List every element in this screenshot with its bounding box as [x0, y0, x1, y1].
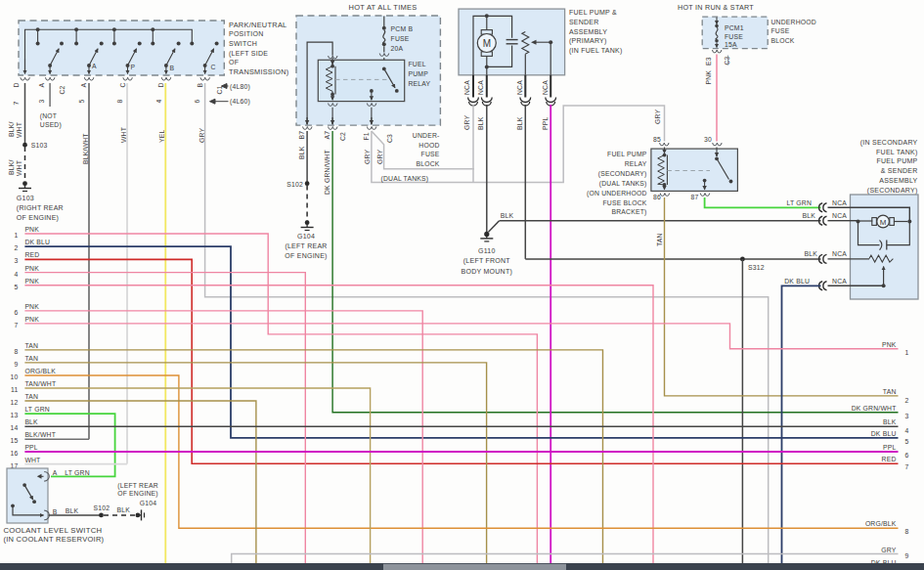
svg-text:13: 13	[11, 412, 19, 418]
svg-text:RELAY: RELAY	[409, 80, 431, 87]
svg-text:BLK: BLK	[477, 116, 484, 130]
svg-text:(LEFT SIDE: (LEFT SIDE	[229, 50, 268, 58]
svg-text:2: 2	[15, 244, 19, 251]
svg-text:PNK: PNK	[24, 265, 39, 272]
svg-text:M: M	[880, 218, 887, 227]
svg-text:TAN: TAN	[883, 388, 897, 395]
svg-text:16: 16	[11, 450, 19, 457]
svg-text:GRY: GRY	[654, 110, 661, 124]
svg-text:P: P	[131, 64, 136, 70]
svg-text:11: 11	[11, 386, 18, 393]
svg-text:BLK/: BLK/	[8, 121, 15, 137]
svg-text:COOLANT LEVEL SWITCH: COOLANT LEVEL SWITCH	[3, 527, 102, 534]
svg-text:PNK: PNK	[24, 303, 39, 310]
svg-text:OF ENGINE): OF ENGINE)	[17, 214, 59, 222]
svg-text:10: 10	[11, 373, 19, 380]
svg-text:G104: G104	[297, 233, 315, 240]
svg-text:WHT: WHT	[24, 457, 40, 463]
svg-text:8: 8	[15, 348, 19, 355]
svg-text:PUMP: PUMP	[409, 70, 429, 77]
svg-text:C2: C2	[339, 132, 346, 141]
svg-text:9: 9	[15, 361, 19, 368]
svg-text:F1: F1	[363, 132, 370, 140]
svg-text:GRY: GRY	[364, 150, 371, 164]
svg-text:E3: E3	[705, 57, 712, 66]
svg-text:BLK/WHT: BLK/WHT	[82, 133, 89, 164]
svg-text:YEL: YEL	[158, 130, 165, 143]
svg-text:S102: S102	[286, 181, 303, 188]
svg-text:TAN: TAN	[24, 393, 38, 400]
svg-text:BLK: BLK	[501, 212, 514, 219]
svg-text:PCM1: PCM1	[725, 24, 744, 31]
svg-text:LT GRN: LT GRN	[65, 469, 90, 476]
svg-text:(NOT: (NOT	[40, 112, 57, 120]
svg-text:HOT IN RUN & START: HOT IN RUN & START	[678, 4, 754, 11]
svg-text:HOT AT ALL TIMES: HOT AT ALL TIMES	[349, 4, 418, 11]
svg-text:4: 4	[905, 427, 909, 434]
svg-text:PPL: PPL	[883, 444, 896, 451]
svg-text:(SECONDARY): (SECONDARY)	[598, 170, 647, 178]
svg-text:(LEFT REAR: (LEFT REAR	[285, 242, 327, 250]
svg-text:NCA: NCA	[477, 80, 484, 95]
svg-text:NCA: NCA	[832, 278, 847, 285]
svg-text:PNK: PNK	[24, 316, 39, 323]
svg-text:(IN FUEL TANK): (IN FUEL TANK)	[569, 47, 623, 55]
svg-text:FUSE: FUSE	[771, 27, 790, 34]
svg-text:TAN: TAN	[24, 355, 38, 362]
svg-text:2: 2	[905, 397, 909, 404]
svg-text:PNK: PNK	[24, 226, 39, 233]
svg-text:C: C	[119, 82, 126, 87]
svg-text:RELAY: RELAY	[625, 160, 647, 167]
svg-text:DK GRN/WHT: DK GRN/WHT	[324, 150, 330, 195]
svg-text:9: 9	[905, 552, 909, 559]
svg-text:G104: G104	[140, 500, 156, 506]
svg-text:OF ENGINE): OF ENGINE)	[117, 490, 158, 498]
svg-text:BLK: BLK	[516, 116, 523, 130]
svg-text:GRY: GRY	[198, 128, 205, 143]
svg-text:OF ENGINE): OF ENGINE)	[285, 252, 327, 260]
svg-text:7: 7	[905, 463, 909, 470]
svg-text:(ON UNDERHOOD: (ON UNDERHOOD	[587, 190, 647, 197]
svg-text:12: 12	[11, 399, 19, 406]
svg-text:HOOD: HOOD	[418, 142, 439, 149]
svg-text:FUEL PUMP &: FUEL PUMP &	[569, 9, 617, 16]
svg-text:RED: RED	[882, 456, 897, 462]
svg-text:(4L60): (4L60)	[230, 98, 250, 106]
svg-text:1: 1	[15, 232, 19, 239]
svg-text:BLOCK: BLOCK	[771, 37, 795, 44]
svg-text:C1: C1	[216, 85, 223, 94]
svg-text:FUSE BLOCK: FUSE BLOCK	[602, 199, 646, 206]
svg-text:FUEL TANK): FUEL TANK)	[876, 149, 917, 156]
svg-text:WHT: WHT	[120, 127, 127, 143]
svg-text:5: 5	[905, 438, 909, 445]
svg-text:B7: B7	[298, 131, 305, 140]
svg-text:3: 3	[38, 100, 45, 104]
svg-text:ORG/BLK: ORG/BLK	[865, 520, 897, 527]
svg-text:OF: OF	[229, 59, 239, 66]
svg-text:TAN/WHT: TAN/WHT	[24, 380, 56, 387]
svg-text:(LEFT REAR: (LEFT REAR	[117, 482, 158, 490]
svg-text:7: 7	[15, 322, 19, 329]
svg-text:USED): USED)	[40, 121, 62, 129]
svg-text:& SENDER: & SENDER	[881, 167, 918, 174]
svg-text:B: B	[170, 65, 175, 71]
svg-text:TRANSMISSION): TRANSMISSION)	[229, 68, 289, 76]
svg-text:FUSE: FUSE	[421, 151, 440, 157]
svg-text:POSITION: POSITION	[229, 30, 263, 37]
svg-text:BLK/: BLK/	[8, 159, 15, 175]
svg-text:B: B	[197, 83, 203, 88]
svg-text:NCA: NCA	[516, 80, 523, 95]
svg-text:ORG/BLK: ORG/BLK	[24, 368, 56, 374]
svg-text:SWITCH: SWITCH	[229, 40, 257, 47]
svg-text:85: 85	[653, 136, 661, 143]
svg-text:A: A	[92, 63, 97, 69]
svg-text:GRY: GRY	[463, 115, 470, 130]
svg-text:FUEL PUMP: FUEL PUMP	[607, 151, 647, 157]
svg-text:C3: C3	[724, 56, 730, 65]
svg-text:(RIGHT REAR: (RIGHT REAR	[17, 204, 64, 212]
svg-text:A: A	[53, 469, 58, 476]
svg-text:4: 4	[155, 100, 162, 104]
svg-text:BLK: BLK	[805, 250, 818, 257]
svg-text:BLK/WHT: BLK/WHT	[24, 431, 56, 438]
svg-text:DK BLU: DK BLU	[871, 430, 897, 437]
